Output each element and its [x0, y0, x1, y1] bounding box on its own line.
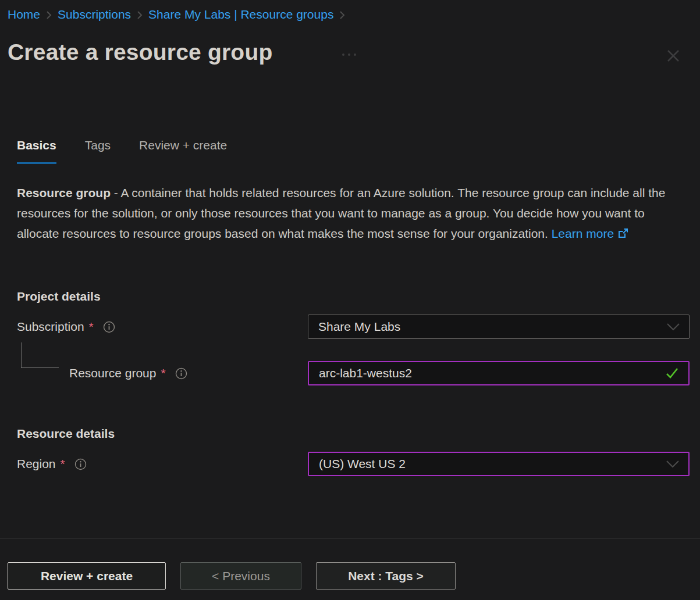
- review-create-button[interactable]: Review + create: [8, 562, 166, 590]
- footer-divider: [0, 538, 700, 538]
- resource-group-label: Resource group: [69, 366, 156, 380]
- previous-button[interactable]: < Previous: [180, 562, 301, 590]
- tab-bar: Basics Tags Review + create: [17, 138, 227, 164]
- subscription-dropdown[interactable]: Share My Labs: [308, 315, 690, 339]
- required-asterisk: *: [89, 320, 94, 334]
- elbow-connector-vertical: [21, 342, 22, 368]
- tab-tags[interactable]: Tags: [85, 138, 111, 164]
- description-lead: Resource group: [17, 186, 111, 199]
- resource-group-field: [308, 361, 690, 385]
- external-link-icon: [617, 224, 629, 245]
- next-tags-button[interactable]: Next : Tags >: [316, 562, 456, 590]
- valid-check-icon: [664, 366, 680, 380]
- resource-details-heading: Resource details: [17, 427, 115, 441]
- subscription-value: Share My Labs: [308, 320, 666, 334]
- breadcrumb-subscriptions-link[interactable]: Subscriptions: [58, 8, 131, 22]
- close-icon[interactable]: [663, 45, 684, 66]
- info-icon[interactable]: [175, 367, 187, 380]
- learn-more-link[interactable]: Learn more: [552, 227, 614, 240]
- region-dropdown[interactable]: (US) West US 2: [308, 452, 690, 476]
- resource-group-description: Resource group - A container that holds …: [17, 183, 689, 245]
- info-icon[interactable]: [74, 458, 87, 470]
- chevron-right-icon: [136, 10, 143, 20]
- elbow-connector-horizontal: [21, 367, 59, 368]
- page-title: Create a resource group: [8, 40, 272, 65]
- breadcrumb-home-link[interactable]: Home: [8, 8, 40, 22]
- project-details-heading: Project details: [17, 290, 101, 303]
- subscription-label: Subscription: [17, 320, 84, 334]
- chevron-down-icon: [665, 459, 680, 469]
- tab-review-create[interactable]: Review + create: [139, 138, 227, 164]
- region-value: (US) West US 2: [309, 457, 665, 471]
- chevron-right-icon: [339, 10, 346, 20]
- subscription-label-row: Subscription *: [17, 320, 115, 334]
- required-asterisk: *: [161, 366, 165, 380]
- more-options-icon[interactable]: [342, 53, 356, 56]
- required-asterisk: *: [61, 457, 65, 471]
- region-label: Region: [17, 457, 56, 471]
- chevron-down-icon: [666, 322, 681, 331]
- breadcrumb-sub-resource-groups-link[interactable]: Share My Labs | Resource groups: [148, 8, 333, 22]
- info-icon[interactable]: [103, 321, 115, 333]
- region-label-row: Region *: [17, 457, 87, 471]
- chevron-right-icon: [45, 10, 52, 20]
- resource-group-input[interactable]: [309, 366, 664, 380]
- resource-group-label-row: Resource group *: [69, 366, 187, 380]
- tab-basics[interactable]: Basics: [17, 138, 56, 164]
- breadcrumb: Home Subscriptions Share My Labs | Resou…: [8, 8, 346, 22]
